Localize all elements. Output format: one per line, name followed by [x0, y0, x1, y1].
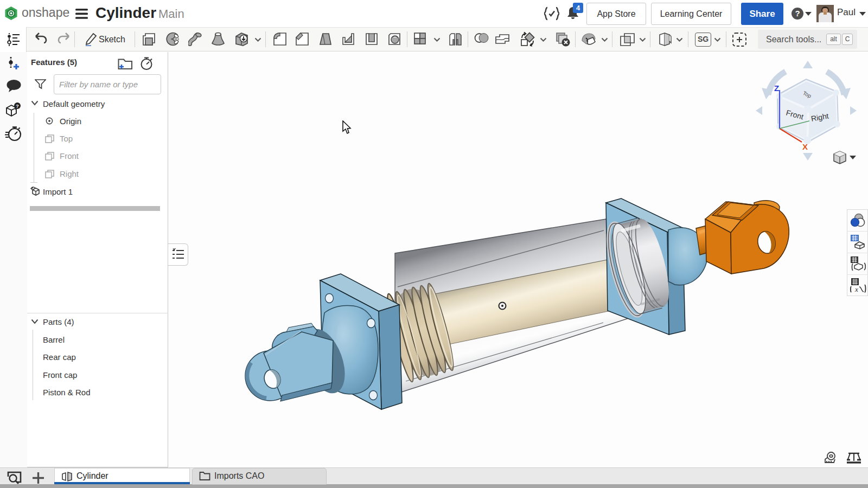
svg-text:X: X	[802, 142, 808, 151]
svg-text:?: ?	[16, 103, 19, 109]
svg-text:Z: Z	[774, 84, 779, 93]
svg-text:?: ?	[795, 9, 800, 18]
svg-text:x: x	[854, 285, 858, 293]
